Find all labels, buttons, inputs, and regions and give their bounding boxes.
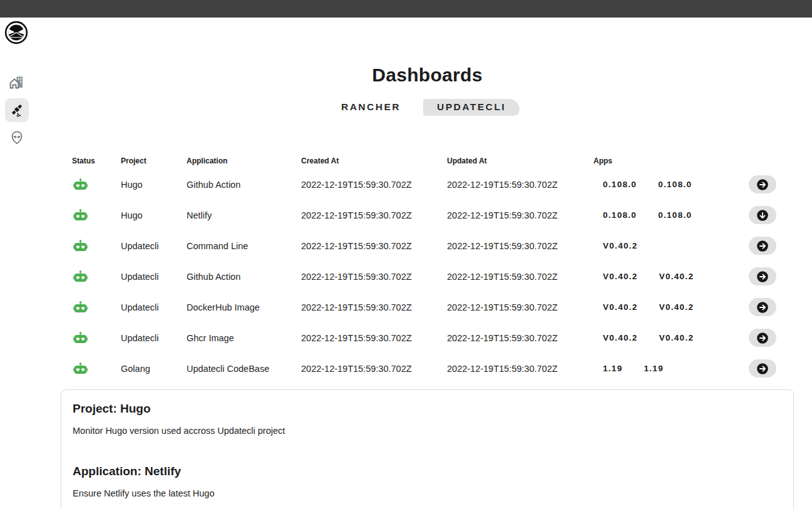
row-expand-button[interactable] <box>749 175 776 193</box>
app-version: 1.19 <box>603 364 622 373</box>
status-cell <box>72 178 121 190</box>
arrow-right-circle-icon <box>756 362 769 376</box>
application-cell: DockerHub Image <box>187 302 301 312</box>
sidebar <box>0 18 36 509</box>
application-cell: Github Action <box>187 180 301 190</box>
application-cell: Github Action <box>187 272 301 282</box>
updated-at-cell: 2022-12-19T15:59:30.702Z <box>447 364 594 374</box>
row-expand-button[interactable] <box>749 329 776 347</box>
updatecli-logo-icon <box>4 21 28 44</box>
col-header-updated-at: Updated At <box>447 157 594 165</box>
status-cell <box>72 332 121 344</box>
updatecli-logo[interactable] <box>4 21 28 44</box>
project-cell: Updatecli <box>121 241 187 251</box>
row-expand-button[interactable] <box>749 267 776 285</box>
row-expand-button[interactable] <box>749 206 776 224</box>
satellite-icon <box>9 103 24 118</box>
status-success-robot-icon <box>73 270 88 282</box>
updated-at-cell: 2022-12-19T15:59:30.702Z <box>447 272 594 282</box>
home-city-icon <box>9 76 24 90</box>
created-at-cell: 2022-12-19T15:59:30.702Z <box>301 180 447 190</box>
arrow-right-circle-icon <box>756 270 769 284</box>
application-cell: Updatecli CodeBase <box>187 364 301 374</box>
updated-at-cell: 2022-12-19T15:59:30.702Z <box>447 333 594 343</box>
arrow-right-circle-icon <box>756 331 769 345</box>
tab-rancher[interactable]: RANCHER <box>335 100 407 115</box>
col-header-application: Application <box>187 157 301 165</box>
pipelines-table: Status Project Application Created At Up… <box>72 153 776 384</box>
apps-cell: 1.191.19 <box>594 364 739 373</box>
detail-application-description: Ensure Netlify uses the latest Hugo <box>73 487 782 500</box>
status-success-robot-icon <box>73 240 88 252</box>
project-cell: Hugo <box>121 210 187 220</box>
app-version: 0.108.0 <box>603 210 637 220</box>
tabs: RANCHERUPDATECLI <box>61 99 794 116</box>
pipeline-detail-card: Project: Hugo Monitor Hugo version used … <box>61 389 794 509</box>
updated-at-cell: 2022-12-19T15:59:30.702Z <box>447 180 594 190</box>
page-title: Dashboards <box>61 64 794 86</box>
updated-at-cell: 2022-12-19T15:59:30.702Z <box>447 210 594 220</box>
apps-cell: V0.40.2 <box>594 241 739 250</box>
sidebar-item-dashboards[interactable] <box>5 98 29 122</box>
status-cell <box>72 209 121 221</box>
table-row: Golang Updatecli CodeBase 2022-12-19T15:… <box>72 353 776 384</box>
apps-cell: 0.108.00.108.0 <box>594 180 739 189</box>
col-header-status: Status <box>72 157 121 165</box>
project-cell: Updatecli <box>121 272 187 282</box>
project-cell: Updatecli <box>121 302 187 312</box>
sidebar-item-projects[interactable] <box>5 71 29 95</box>
status-success-robot-icon <box>73 301 88 313</box>
created-at-cell: 2022-12-19T15:59:30.702Z <box>301 210 447 220</box>
arrow-down-circle-icon <box>756 208 769 222</box>
app-version: 0.108.0 <box>658 210 692 220</box>
created-at-cell: 2022-12-19T15:59:30.702Z <box>301 333 447 343</box>
action-cell <box>739 237 776 255</box>
table-body: Hugo Github Action 2022-12-19T15:59:30.7… <box>72 169 776 384</box>
table-row: Updatecli Command Line 2022-12-19T15:59:… <box>72 230 776 261</box>
apps-cell: V0.40.2V0.40.2 <box>594 302 739 312</box>
action-cell <box>739 329 776 347</box>
arrow-right-circle-icon <box>756 178 769 192</box>
col-header-created-at: Created At <box>301 157 447 165</box>
tab-updatecli[interactable]: UPDATECLI <box>423 99 520 116</box>
app-version: V0.40.2 <box>659 272 694 281</box>
status-success-robot-icon <box>73 362 88 374</box>
table-row: Updatecli Ghcr Image 2022-12-19T15:59:30… <box>72 322 776 353</box>
created-at-cell: 2022-12-19T15:59:30.702Z <box>301 272 447 282</box>
table-row: Hugo Netlify 2022-12-19T15:59:30.702Z 20… <box>72 200 776 230</box>
action-cell <box>739 298 776 316</box>
apps-cell: 0.108.00.108.0 <box>594 210 739 220</box>
status-cell <box>72 301 121 313</box>
application-cell: Ghcr Image <box>187 333 301 343</box>
app-version: V0.40.2 <box>659 333 694 342</box>
sidebar-item-about[interactable] <box>5 126 29 150</box>
app-version: 1.19 <box>644 364 663 373</box>
status-cell <box>72 270 121 282</box>
app-version: 0.108.0 <box>658 180 692 189</box>
table-header: Status Project Application Created At Up… <box>72 153 776 169</box>
status-success-robot-icon <box>73 332 88 344</box>
table-row: Hugo Github Action 2022-12-19T15:59:30.7… <box>72 169 776 200</box>
table-row: Updatecli Github Action 2022-12-19T15:59… <box>72 261 776 292</box>
col-header-apps: Apps <box>594 157 739 165</box>
detail-project-heading: Project: Hugo <box>73 401 782 417</box>
status-cell <box>72 362 121 374</box>
row-expand-button[interactable] <box>749 237 776 255</box>
arrow-right-circle-icon <box>756 301 769 314</box>
project-cell: Hugo <box>121 180 187 190</box>
app-version: V0.40.2 <box>603 241 638 250</box>
updated-at-cell: 2022-12-19T15:59:30.702Z <box>447 302 594 312</box>
updated-at-cell: 2022-12-19T15:59:30.702Z <box>447 241 594 251</box>
project-cell: Golang <box>121 364 187 374</box>
application-cell: Netlify <box>187 210 301 220</box>
status-cell <box>72 240 121 252</box>
row-expand-button[interactable] <box>749 359 776 378</box>
table-row: Updatecli DockerHub Image 2022-12-19T15:… <box>72 292 776 322</box>
status-success-robot-icon <box>73 209 88 221</box>
detail-application-heading: Application: Netlify <box>73 463 782 480</box>
action-cell <box>739 359 776 378</box>
updatecli-dashboard-page: Dashboards RANCHERUPDATECLI Status Proje… <box>0 0 812 509</box>
action-cell <box>739 206 776 224</box>
row-expand-button[interactable] <box>749 298 776 316</box>
app-version: V0.40.2 <box>603 272 638 281</box>
